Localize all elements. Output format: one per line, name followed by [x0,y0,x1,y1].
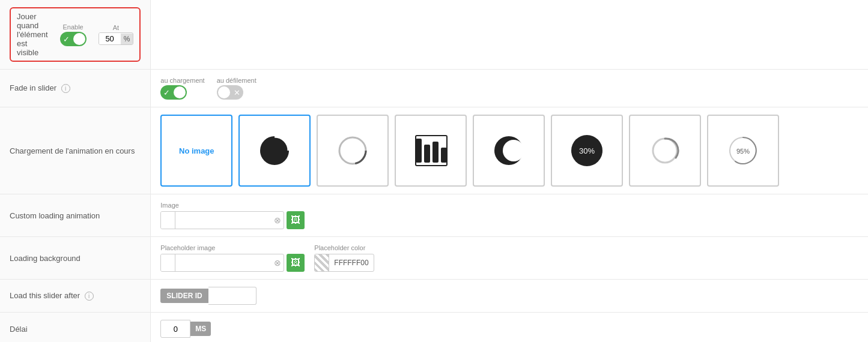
au-defilement-toggle[interactable]: ✕ [217,85,243,100]
color-input-row[interactable]: FFFFFF00 [314,254,374,272]
animation-label-cell: Chargement de l'animation en cours [0,107,151,194]
spinner-svg-6 [647,133,683,169]
placeholder-color-preview [161,254,175,271]
anim-option-3[interactable] [395,115,467,187]
custom-label-cell: Custom loading animation [0,194,151,237]
custom-control-cell: Image ⊗ 🖼 [151,194,868,237]
spinner-svg-4 [491,133,527,169]
anim-option-4[interactable] [473,115,545,187]
visible-row: Jouer quand l'élément est visible Enable… [0,0,868,70]
color-value: FFFFFF00 [329,259,373,267]
au-defilement-group: au défilement ✕ [217,77,256,100]
no-image-label: No image [179,146,214,155]
svg-text:30%: 30% [579,146,595,155]
anim-option-2[interactable] [317,115,389,187]
visible-row-wrapper: Jouer quand l'élément est visible Enable… [10,7,141,62]
loading-bg-control-cell: Placeholder image ⊗ 🖼 Placeholder color [151,237,868,280]
au-defilement-label: au défilement [217,77,256,84]
spinner-svg-5: 30% [569,133,605,169]
anim-no-image[interactable]: No image [160,115,232,187]
anim-option-1[interactable] [238,115,311,187]
check-icon: ✓ [63,34,70,43]
svg-rect-5 [432,142,439,163]
custom-image-input-row: ⊗ 🖼 [160,211,858,229]
spinner-svg-2 [335,133,371,169]
custom-label: Custom loading animation [10,211,100,220]
placeholder-clear-button[interactable]: ⊗ [272,258,284,268]
custom-image-field: Image ⊗ 🖼 [160,202,858,229]
toggle-knob [73,33,85,45]
custom-upload-button[interactable]: 🖼 [287,211,305,229]
au-chargement-toggle[interactable]: ✓ [160,85,187,100]
visible-control-cell [151,0,868,70]
at-unit: % [121,34,133,44]
visible-label-cell: Jouer quand l'élément est visible Enable… [0,0,151,70]
slider-after-row: Load this slider after i SLIDER ID [0,280,868,313]
custom-image-label: Image [160,202,858,209]
toggle-knob-3 [218,86,230,98]
anim-option-6[interactable] [629,115,701,187]
fade-row: Fade in slider i au chargement ✓ au défi… [0,70,868,107]
placeholder-image-input-box: ⊗ [160,254,284,272]
delay-input[interactable] [160,320,190,338]
at-label: At [113,24,119,31]
placeholder-image-input[interactable] [175,259,272,267]
at-input[interactable] [99,33,121,44]
fade-info-icon[interactable]: i [61,84,70,93]
svg-point-9 [503,140,524,161]
delay-controls: MS [160,320,858,338]
placeholder-image-input-row: ⊗ 🖼 [160,254,305,272]
spinner-svg-7: 95% [725,133,761,169]
slider-after-control-cell: SLIDER ID [151,280,868,313]
settings-table: Jouer quand l'élément est visible Enable… [0,0,868,342]
svg-text:95%: 95% [736,148,750,155]
delay-label: Délai [10,325,28,334]
custom-clear-button[interactable]: ⊗ [272,215,284,225]
animation-row: Chargement de l'animation en cours No im… [0,107,868,194]
delay-unit: MS [190,322,211,336]
at-input-wrap: % [99,32,134,45]
at-group: At % [99,24,134,45]
check-icon-2: ✓ [163,88,170,97]
delay-control-cell: MS [151,313,868,343]
slider-after-label: Load this slider after [10,291,80,300]
animation-options: No image [160,115,858,187]
custom-color-preview [161,212,175,229]
enable-group: Enable ✓ [60,23,86,46]
loading-bg-controls: Placeholder image ⊗ 🖼 Placeholder color [160,244,858,272]
spinner-svg-3 [413,133,449,169]
spinner-svg-1 [256,133,293,169]
anim-option-5[interactable]: 30% [551,115,623,187]
placeholder-color-wrap: Placeholder color FFFFFF00 [314,244,374,272]
animation-control-cell: No image [151,107,868,194]
fade-label-cell: Fade in slider i [0,70,151,107]
slider-id-input[interactable] [208,287,256,305]
svg-rect-6 [441,148,447,163]
slider-after-info-icon[interactable]: i [85,292,94,301]
svg-rect-3 [416,139,422,163]
delay-row: Délai MS [0,313,868,343]
loading-bg-row: Loading background Placeholder image ⊗ 🖼 [0,237,868,280]
loading-bg-label-cell: Loading background [0,237,151,280]
au-chargement-label: au chargement [160,77,204,84]
fade-row-controls: au chargement ✓ au défilement ✕ [160,77,858,100]
enable-label: Enable [62,23,83,31]
custom-image-input-box: ⊗ [160,211,284,229]
toggle-knob-2 [174,86,186,98]
svg-rect-4 [424,145,430,163]
placeholder-upload-button[interactable]: 🖼 [287,254,305,272]
visible-label: Jouer quand l'élément est visible [17,12,48,57]
slider-after-label-cell: Load this slider after i [0,280,151,313]
visible-toggle[interactable]: ✓ [60,32,86,46]
loading-bg-label: Loading background [10,254,80,263]
placeholder-image-field: Placeholder image ⊗ 🖼 [160,244,305,272]
fade-control-cell: au chargement ✓ au défilement ✕ [151,70,868,107]
placeholder-color-label: Placeholder color [314,244,374,251]
custom-image-input[interactable] [175,216,272,224]
color-swatch [315,254,329,271]
anim-option-7[interactable]: 95% [707,115,779,187]
x-icon: ✕ [234,88,240,97]
animation-label: Chargement de l'animation en cours [10,146,135,155]
slider-id-row: SLIDER ID [160,287,858,305]
delay-label-cell: Délai [0,313,151,343]
